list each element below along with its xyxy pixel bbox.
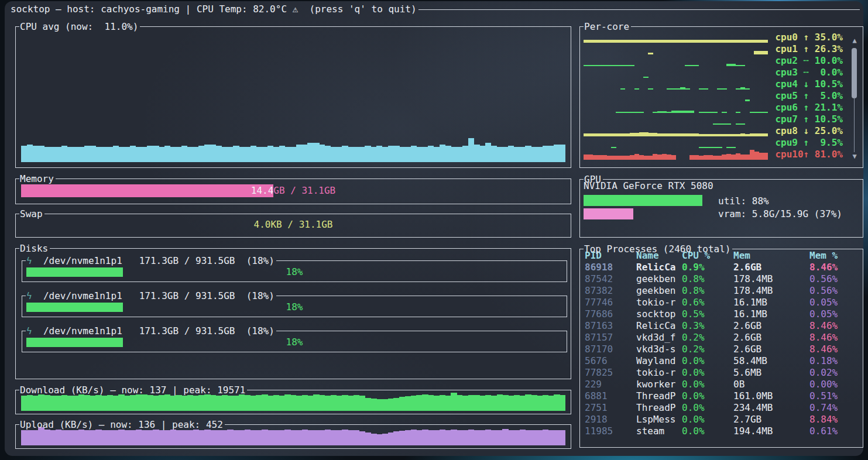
cell-name: LspMess <box>636 414 675 425</box>
process-row: 87170vkd3d-s0.2%2.6GB8.46% <box>585 344 862 355</box>
core-row: cpu7 ↑ 10.5% <box>584 114 843 125</box>
cell-memp: 0.02% <box>809 367 838 379</box>
upload-panel: Upload (KB/s) — now: 136 | peak: 452 <box>15 419 571 449</box>
core-label: cpu1 ↑ 26.3% <box>774 43 843 55</box>
cell-name: tokio-r <box>636 367 675 379</box>
cell-memp: 8.46% <box>809 262 838 273</box>
process-row: 2751ThreadP0.0%234.4MB0.74% <box>585 402 862 414</box>
core-row: cpu0 ↑ 35.0% <box>584 32 843 43</box>
per-core-panel: Per-core cpu0 ↑ 35.0%cpu1 ↑ 26.3%cpu2 ╌ … <box>579 21 863 168</box>
core-label: cpu3 ╌ 0.0% <box>774 67 843 78</box>
cell-memp: 0.05% <box>809 297 838 308</box>
core-row: cpu9 ↑ 9.5% <box>584 137 843 149</box>
disk-item-title: ϟ /dev/nvme1n1p1 171.3GB / 931.5GB (18%) <box>26 255 276 266</box>
gpu-panel: GPU NVIDIA GeForce RTX 5080 util: 88% vr… <box>579 174 863 238</box>
cell-memp: 0.56% <box>809 285 838 297</box>
cell-cpu: 0.0% <box>682 390 705 402</box>
cell-mem: 2.6GB <box>733 332 761 344</box>
lightning-bolt-icon: ϟ <box>26 255 32 266</box>
core-row: cpu3 ╌ 0.0% <box>584 67 843 78</box>
cell-pid: 87163 <box>585 320 613 332</box>
cell-name: ThreadP <box>636 402 675 414</box>
gpu-util-bar <box>584 195 702 206</box>
process-row: 77825tokio-r0.0%5.6MB0.02% <box>585 367 862 379</box>
cell-mem: 0B <box>733 379 745 390</box>
app-title: socktop — host: cachyos-gaming | CPU Tem… <box>11 4 417 15</box>
download-panel: Download (KB/s) — now: 137 | peak: 19571 <box>15 385 571 414</box>
disk-percent-label: 18% <box>22 338 567 347</box>
scroll-down-icon[interactable]: ▼ <box>850 152 859 160</box>
lightning-bolt-icon: ϟ <box>26 325 32 337</box>
core-label: cpu7 ↑ 10.5% <box>774 114 843 125</box>
process-rows: 86918RelicCa0.9%2.6GB8.46%87542geekben0.… <box>580 249 863 447</box>
core-label: cpu10↑ 81.0% <box>774 149 843 160</box>
core-sparkline <box>584 102 774 114</box>
cell-memp: 8.46% <box>809 344 838 355</box>
cell-name: Wayland <box>636 355 675 367</box>
scrollbar-track[interactable] <box>854 97 855 152</box>
gpu-vram-label: vram: 5.8G/15.9G (37%) <box>718 208 842 220</box>
cell-mem: 16.1MB <box>733 308 767 320</box>
core-row: cpu5 ↑ 5.0% <box>584 90 843 102</box>
core-row: cpu4 ↓ 10.5% <box>584 78 843 90</box>
cell-mem: 5.6MB <box>733 367 761 379</box>
disk-item-title: ϟ /dev/nvme1n1p1 171.3GB / 931.5GB (18%) <box>26 325 276 336</box>
titlebar-rule <box>418 9 860 10</box>
core-sparkline <box>584 125 774 137</box>
core-sparkline <box>584 137 774 149</box>
core-label: cpu5 ↑ 5.0% <box>774 90 843 102</box>
cell-cpu: 0.5% <box>682 308 705 320</box>
process-row: 86918RelicCa0.9%2.6GB8.46% <box>585 262 862 273</box>
scroll-up-icon[interactable]: ▲ <box>850 36 859 44</box>
disk-item: ϟ /dev/nvme1n1p1 171.3GB / 931.5GB (18%)… <box>22 255 567 282</box>
terminal-window: socktop — host: cachyos-gaming | CPU Tem… <box>5 1 863 456</box>
process-row: 87542geekben0.8%178.4MB0.56% <box>585 273 862 285</box>
percore-scrollbar[interactable]: ▲ ▼ <box>850 36 859 162</box>
cell-cpu: 0.0% <box>682 414 705 425</box>
process-row: 6881ThreadP0.0%161.0MB0.51% <box>585 390 862 402</box>
cell-name: geekben <box>636 285 675 297</box>
cell-name: tokio-r <box>636 297 675 308</box>
process-row: 5676Wayland0.0%58.4MB0.18% <box>585 355 862 367</box>
titlebar: socktop — host: cachyos-gaming | CPU Tem… <box>11 4 860 15</box>
core-label: cpu8 ↓ 25.0% <box>774 125 843 137</box>
disk-item: ϟ /dev/nvme1n1p1 171.3GB / 931.5GB (18%)… <box>22 325 567 352</box>
core-sparkline <box>584 149 774 160</box>
cell-name: geekben <box>636 273 675 285</box>
cell-memp: 0.61% <box>809 425 838 437</box>
core-label: cpu2 ╌ 10.0% <box>774 55 843 67</box>
disk-title-text: /dev/nvme1n1p1 171.3GB / 931.5GB (18%) <box>32 325 275 337</box>
cell-mem: 178.4MB <box>733 273 773 285</box>
disk-title-text: /dev/nvme1n1p1 171.3GB / 931.5GB (18%) <box>32 255 275 266</box>
cell-cpu: 0.9% <box>682 262 705 273</box>
swap-panel: Swap 4.0KB / 31.1GB <box>15 208 571 238</box>
cell-pid: 86918 <box>585 262 613 273</box>
cell-pid: 11985 <box>585 425 613 437</box>
cell-name: steam <box>636 425 664 437</box>
cpu-avg-sparkline <box>21 35 565 162</box>
cell-cpu: 0.2% <box>682 344 705 355</box>
scrollbar-thumb[interactable] <box>852 48 857 98</box>
cell-name: kworker <box>636 379 675 390</box>
process-row: 77746tokio-r0.6%16.1MB0.05% <box>585 297 862 308</box>
cell-pid: 2751 <box>585 402 608 414</box>
core-sparkline <box>584 43 774 55</box>
cell-memp: 0.51% <box>809 390 838 402</box>
disk-title-text: /dev/nvme1n1p1 171.3GB / 931.5GB (18%) <box>32 290 275 301</box>
gpu-vram-bar <box>584 208 633 219</box>
cell-cpu: 0.8% <box>682 273 705 285</box>
cell-pid: 77746 <box>585 297 613 308</box>
process-row: 229kworker0.0%0B0.00% <box>585 379 862 390</box>
cell-name: RelicCa <box>636 262 675 273</box>
disk-item: ϟ /dev/nvme1n1p1 171.3GB / 931.5GB (18%)… <box>22 290 567 317</box>
cell-pid: 87542 <box>585 273 613 285</box>
download-title: Download (KB/s) — now: 137 | peak: 19571 <box>19 385 247 395</box>
cell-cpu: 0.8% <box>682 285 705 297</box>
cell-name: RelicCa <box>636 320 675 332</box>
cell-name: socktop <box>636 308 675 320</box>
cpu-avg-title: CPU avg (now: 11.0%) <box>19 21 140 32</box>
cell-memp: 8.46% <box>809 332 838 344</box>
cell-memp: 8.84% <box>809 414 838 425</box>
process-row: 77686socktop0.5%16.1MB0.05% <box>585 308 862 320</box>
core-sparkline <box>584 55 774 67</box>
